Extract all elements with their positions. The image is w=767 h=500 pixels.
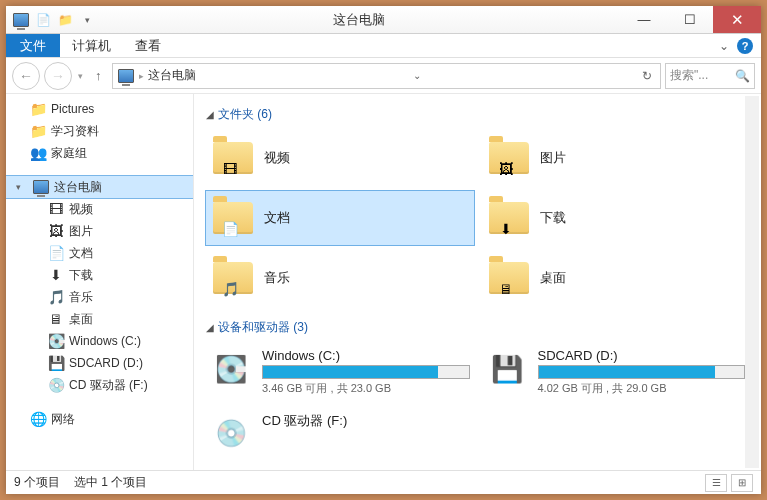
folder-icon: 🎵 bbox=[212, 257, 254, 299]
body: 📁Pictures 📁学习资料 👥家庭组 ▾这台电脑 🎞视频 🖼图片 📄文档 ⬇… bbox=[6, 94, 761, 470]
tile-label: 下载 bbox=[540, 209, 566, 227]
tree-item-videos[interactable]: 🎞视频 bbox=[6, 198, 193, 220]
folder-tile[interactable]: 📄文档 bbox=[206, 191, 474, 245]
tile-label: 图片 bbox=[540, 149, 566, 167]
folder-tile[interactable]: 🎞视频 bbox=[206, 131, 474, 185]
folder-icon: ⬇ bbox=[488, 197, 530, 239]
search-input[interactable]: 搜索"... 🔍 bbox=[665, 63, 755, 89]
tab-computer[interactable]: 计算机 bbox=[60, 34, 123, 57]
drive-icon: 💿 bbox=[210, 412, 252, 454]
tree-item-network[interactable]: 🌐网络 bbox=[6, 408, 193, 430]
nav-bar: ← → ▾ ↑ ▸ 这台电脑 ⌄ ↻ 搜索"... 🔍 bbox=[6, 58, 761, 94]
status-count: 9 个项目 bbox=[14, 474, 60, 491]
up-button[interactable]: ↑ bbox=[89, 68, 108, 83]
tree-item-drive-c[interactable]: 💽Windows (C:) bbox=[6, 330, 193, 352]
drive-stats: 3.46 GB 可用 , 共 23.0 GB bbox=[262, 381, 470, 396]
window-controls: — ☐ ✕ bbox=[621, 6, 761, 33]
chevron-right-icon[interactable]: ▸ bbox=[139, 71, 144, 81]
forward-button[interactable]: → bbox=[44, 62, 72, 90]
folder-tile[interactable]: ⬇下载 bbox=[482, 191, 750, 245]
tree-item-drive-d[interactable]: 💾SDCARD (D:) bbox=[6, 352, 193, 374]
item-view[interactable]: ◢ 文件夹 (6) 🎞视频🖼图片📄文档⬇下载🎵音乐🖥桌面 ◢ 设备和驱动器 (3… bbox=[194, 94, 761, 470]
folder-tile[interactable]: 🖥桌面 bbox=[482, 251, 750, 305]
drive-name: Windows (C:) bbox=[262, 348, 470, 363]
drive-tile[interactable]: 💿CD 驱动器 (F:) bbox=[206, 408, 474, 458]
minimize-button[interactable]: — bbox=[621, 6, 667, 33]
tree-item-thispc[interactable]: ▾这台电脑 bbox=[6, 176, 193, 198]
app-icon bbox=[12, 11, 30, 29]
tree-item-desktop[interactable]: 🖥桌面 bbox=[6, 308, 193, 330]
drive-name: CD 驱动器 (F:) bbox=[262, 412, 470, 430]
history-dropdown-icon[interactable]: ▾ bbox=[76, 71, 85, 81]
view-details-button[interactable]: ☰ bbox=[705, 474, 727, 492]
tile-label: 视频 bbox=[264, 149, 290, 167]
drive-stats: 4.02 GB 可用 , 共 29.0 GB bbox=[538, 381, 746, 396]
drive-icon: 💽 bbox=[210, 348, 252, 390]
tree-item-music[interactable]: 🎵音乐 bbox=[6, 286, 193, 308]
tile-label: 文档 bbox=[264, 209, 290, 227]
desktop-icon: 🖥 bbox=[48, 311, 64, 327]
sdcard-icon: 💾 bbox=[48, 355, 64, 371]
tree-item-documents[interactable]: 📄文档 bbox=[6, 242, 193, 264]
folder-icon: 📁 bbox=[30, 101, 46, 117]
folder-tile[interactable]: 🎵音乐 bbox=[206, 251, 474, 305]
nav-tree[interactable]: 📁Pictures 📁学习资料 👥家庭组 ▾这台电脑 🎞视频 🖼图片 📄文档 ⬇… bbox=[6, 94, 194, 470]
tree-item-homegroup[interactable]: 👥家庭组 bbox=[6, 142, 193, 164]
close-button[interactable]: ✕ bbox=[713, 6, 761, 33]
tile-label: 桌面 bbox=[540, 269, 566, 287]
cd-icon: 💿 bbox=[48, 377, 64, 393]
explorer-window: 📄 📁 ▾ 这台电脑 — ☐ ✕ 文件 计算机 查看 ⌄ ? ← → ▾ ↑ ▸… bbox=[6, 6, 761, 494]
qat-newfolder-icon[interactable]: 📁 bbox=[56, 11, 74, 29]
qat-dropdown-icon[interactable]: ▾ bbox=[78, 11, 96, 29]
view-tiles-button[interactable]: ⊞ bbox=[731, 474, 753, 492]
vertical-scrollbar[interactable] bbox=[745, 96, 759, 468]
document-icon: 📄 bbox=[48, 245, 64, 261]
usage-bar bbox=[538, 365, 746, 379]
usage-bar bbox=[262, 365, 470, 379]
tree-item-drive-f[interactable]: 💿CD 驱动器 (F:) bbox=[6, 374, 193, 396]
status-bar: 9 个项目 选中 1 个项目 ☰ ⊞ bbox=[6, 470, 761, 494]
drive-name: SDCARD (D:) bbox=[538, 348, 746, 363]
tree-item-downloads[interactable]: ⬇下载 bbox=[6, 264, 193, 286]
maximize-button[interactable]: ☐ bbox=[667, 6, 713, 33]
tree-item-pictures[interactable]: 📁Pictures bbox=[6, 98, 193, 120]
ribbon-expand-icon[interactable]: ⌄ bbox=[719, 39, 729, 53]
address-icon bbox=[117, 67, 135, 85]
collapse-icon[interactable]: ◢ bbox=[206, 109, 214, 120]
window-title: 这台电脑 bbox=[96, 11, 621, 29]
folder-tile[interactable]: 🖼图片 bbox=[482, 131, 750, 185]
address-text[interactable]: 这台电脑 bbox=[148, 67, 196, 84]
search-placeholder: 搜索"... bbox=[670, 67, 708, 84]
collapse-icon[interactable]: ▾ bbox=[16, 182, 28, 192]
ribbon-tabs: 文件 计算机 查看 ⌄ ? bbox=[6, 34, 761, 58]
folder-icon: 🖼 bbox=[488, 137, 530, 179]
status-selection: 选中 1 个项目 bbox=[74, 474, 147, 491]
address-dropdown-icon[interactable]: ⌄ bbox=[409, 70, 425, 81]
collapse-icon[interactable]: ◢ bbox=[206, 322, 214, 333]
download-icon: ⬇ bbox=[48, 267, 64, 283]
group-folders-header[interactable]: ◢ 文件夹 (6) bbox=[206, 106, 749, 123]
group-drives-header[interactable]: ◢ 设备和驱动器 (3) bbox=[206, 319, 749, 336]
drive-tile[interactable]: 💾SDCARD (D:)4.02 GB 可用 , 共 29.0 GB bbox=[482, 344, 750, 400]
qat-properties-icon[interactable]: 📄 bbox=[34, 11, 52, 29]
refresh-icon[interactable]: ↻ bbox=[638, 69, 656, 83]
drive-tile[interactable]: 💽Windows (C:)3.46 GB 可用 , 共 23.0 GB bbox=[206, 344, 474, 400]
address-bar[interactable]: ▸ 这台电脑 ⌄ ↻ bbox=[112, 63, 662, 89]
tree-item-study[interactable]: 📁学习资料 bbox=[6, 120, 193, 142]
titlebar[interactable]: 📄 📁 ▾ 这台电脑 — ☐ ✕ bbox=[6, 6, 761, 34]
drive-icon: 💾 bbox=[486, 348, 528, 390]
music-icon: 🎵 bbox=[48, 289, 64, 305]
back-button[interactable]: ← bbox=[12, 62, 40, 90]
folder-icon: 📁 bbox=[30, 123, 46, 139]
video-icon: 🎞 bbox=[48, 201, 64, 217]
help-icon[interactable]: ? bbox=[737, 38, 753, 54]
tab-view[interactable]: 查看 bbox=[123, 34, 173, 57]
picture-icon: 🖼 bbox=[48, 223, 64, 239]
tree-item-pictures2[interactable]: 🖼图片 bbox=[6, 220, 193, 242]
folder-icon: 🎞 bbox=[212, 137, 254, 179]
tab-file[interactable]: 文件 bbox=[6, 34, 60, 57]
qat: 📄 📁 ▾ bbox=[6, 11, 96, 29]
pc-icon bbox=[33, 179, 49, 195]
folder-icon: 📄 bbox=[212, 197, 254, 239]
network-icon: 🌐 bbox=[30, 411, 46, 427]
